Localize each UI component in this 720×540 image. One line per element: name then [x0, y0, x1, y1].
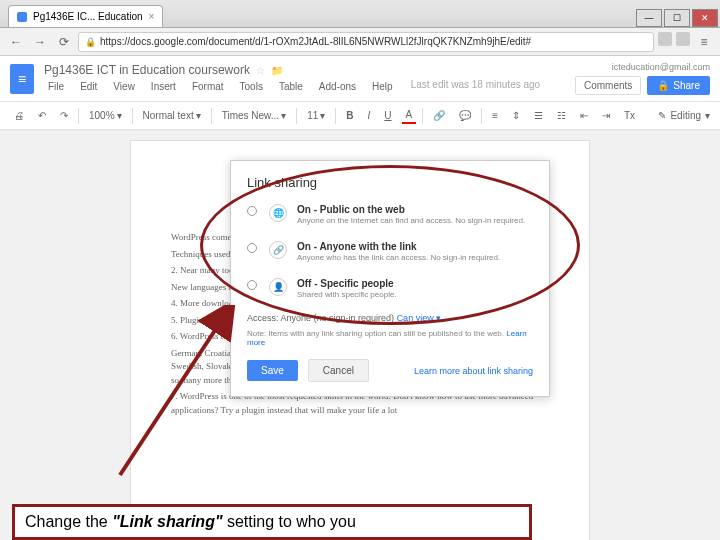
- indent-inc-icon[interactable]: ⇥: [598, 108, 614, 123]
- extension-icon[interactable]: [676, 32, 690, 46]
- radio-link[interactable]: [247, 243, 257, 253]
- editing-mode-button[interactable]: ✎ Editing ▾: [658, 110, 710, 121]
- save-button[interactable]: Save: [247, 360, 298, 381]
- user-email[interactable]: icteducation@gmail.com: [612, 62, 710, 72]
- undo-icon[interactable]: ↶: [34, 108, 50, 123]
- option-desc: Shared with specific people.: [297, 290, 533, 299]
- extension-icon[interactable]: [658, 32, 672, 46]
- share-button[interactable]: 🔒 Share: [647, 76, 710, 95]
- menu-icon[interactable]: ≡: [694, 32, 714, 52]
- linespacing-icon[interactable]: ⇕: [508, 108, 524, 123]
- option-desc: Anyone who has the link can access. No s…: [297, 253, 533, 262]
- comment-icon[interactable]: 💬: [455, 108, 475, 123]
- docs-toolbar: 🖨 ↶ ↷ 100% ▾ Normal text ▾ Times New... …: [0, 102, 720, 130]
- print-icon[interactable]: 🖨: [10, 108, 28, 123]
- address-bar: ← → ⟳ 🔒 https://docs.google.com/document…: [0, 28, 720, 56]
- caption-post: setting to who you: [222, 513, 355, 530]
- lock-icon: 🔒: [85, 37, 96, 47]
- url-input[interactable]: 🔒 https://docs.google.com/document/d/1-r…: [78, 32, 654, 52]
- access-label: Access:: [247, 313, 279, 323]
- annotation-caption-box: Change the "Link sharing" setting to who…: [12, 504, 532, 540]
- menu-insert[interactable]: Insert: [147, 79, 180, 94]
- header-right: icteducation@gmail.com Comments 🔒 Share: [575, 62, 710, 95]
- document-title[interactable]: Pg1436E ICT in Education coursework: [44, 63, 250, 77]
- folder-icon[interactable]: 📁: [271, 65, 283, 76]
- note-row: Note: Items with any link sharing option…: [247, 329, 533, 347]
- link-sharing-dialog: Link sharing 🌐 On - Public on the web An…: [230, 160, 550, 397]
- menu-view[interactable]: View: [109, 79, 139, 94]
- last-edit-text: Last edit was 18 minutes ago: [411, 79, 541, 94]
- share-option-specific[interactable]: 👤 Off - Specific people Shared with spec…: [247, 274, 533, 303]
- window-minimize-button[interactable]: —: [636, 9, 662, 27]
- editing-mode-label: Editing: [670, 110, 701, 121]
- extension-icons: ≡: [658, 32, 714, 52]
- star-icon[interactable]: ☆: [256, 65, 265, 76]
- window-controls: — ☐ ✕: [636, 9, 720, 27]
- dialog-buttons: Save Cancel Learn more about link sharin…: [247, 359, 533, 382]
- docs-title-area: Pg1436E ICT in Education coursework ☆ 📁 …: [44, 63, 540, 94]
- caption-bold: "Link sharing": [112, 513, 222, 530]
- annotation-caption: Change the "Link sharing" setting to who…: [25, 513, 519, 531]
- font-select[interactable]: Times New... ▾: [218, 108, 290, 123]
- access-text: Anyone (no sign-in required): [281, 313, 395, 323]
- option-desc: Anyone on the Internet can find and acce…: [297, 216, 533, 225]
- fontsize-select[interactable]: 11 ▾: [303, 108, 329, 123]
- numlist-icon[interactable]: ☰: [530, 108, 547, 123]
- clearformat-icon[interactable]: Tx: [620, 108, 639, 123]
- access-permission-dropdown[interactable]: Can view ▾: [397, 313, 442, 323]
- link-icon[interactable]: 🔗: [429, 108, 449, 123]
- menu-help[interactable]: Help: [368, 79, 397, 94]
- indent-dec-icon[interactable]: ⇤: [576, 108, 592, 123]
- note-text: Note: Items with any link sharing option…: [247, 329, 504, 338]
- menu-table[interactable]: Table: [275, 79, 307, 94]
- bulletlist-icon[interactable]: ☷: [553, 108, 570, 123]
- option-title: On - Public on the web: [297, 204, 533, 215]
- share-option-public[interactable]: 🌐 On - Public on the web Anyone on the I…: [247, 200, 533, 229]
- access-row: Access: Anyone (no sign-in required) Can…: [247, 313, 533, 323]
- dialog-title: Link sharing: [247, 175, 533, 190]
- menu-tools[interactable]: Tools: [236, 79, 267, 94]
- underline-button[interactable]: U: [380, 108, 395, 123]
- tab-close-icon[interactable]: ×: [149, 11, 155, 22]
- link-icon: 🔗: [269, 241, 287, 259]
- menu-edit[interactable]: Edit: [76, 79, 101, 94]
- reload-button[interactable]: ⟳: [54, 32, 74, 52]
- back-button[interactable]: ←: [6, 32, 26, 52]
- align-icon[interactable]: ≡: [488, 108, 502, 123]
- docs-header: ≡ Pg1436E ICT in Education coursework ☆ …: [0, 56, 720, 102]
- cancel-button[interactable]: Cancel: [308, 359, 369, 382]
- forward-button[interactable]: →: [30, 32, 50, 52]
- window-maximize-button[interactable]: ☐: [664, 9, 690, 27]
- comments-button[interactable]: Comments: [575, 76, 641, 95]
- radio-public[interactable]: [247, 206, 257, 216]
- share-label: Share: [673, 80, 700, 91]
- document-canvas: WordPress comes in over 50 languages. A …: [0, 130, 720, 540]
- url-text: https://docs.google.com/document/d/1-rOX…: [100, 36, 531, 47]
- share-lock-icon: 🔒: [657, 80, 669, 91]
- menu-format[interactable]: Format: [188, 79, 228, 94]
- menu-bar: File Edit View Insert Format Tools Table…: [44, 79, 540, 94]
- pencil-icon: ✎: [658, 110, 666, 121]
- caption-pre: Change the: [25, 513, 112, 530]
- learn-more-link[interactable]: Learn more about link sharing: [414, 366, 533, 376]
- menu-file[interactable]: File: [44, 79, 68, 94]
- menu-addons[interactable]: Add-ons: [315, 79, 360, 94]
- window-close-button[interactable]: ✕: [692, 9, 718, 27]
- docs-logo-icon[interactable]: ≡: [10, 64, 34, 94]
- textcolor-button[interactable]: A: [402, 107, 417, 124]
- share-option-link[interactable]: 🔗 On - Anyone with the link Anyone who h…: [247, 237, 533, 266]
- tab-favicon: [17, 12, 27, 22]
- option-title: Off - Specific people: [297, 278, 533, 289]
- browser-tabstrip: Pg1436E IC... Education × — ☐ ✕: [0, 0, 720, 28]
- browser-tab[interactable]: Pg1436E IC... Education ×: [8, 5, 163, 27]
- italic-button[interactable]: I: [363, 108, 374, 123]
- zoom-select[interactable]: 100% ▾: [85, 108, 126, 123]
- radio-specific[interactable]: [247, 280, 257, 290]
- globe-icon: 🌐: [269, 204, 287, 222]
- option-title: On - Anyone with the link: [297, 241, 533, 252]
- person-icon: 👤: [269, 278, 287, 296]
- tab-title: Pg1436E IC... Education: [33, 11, 143, 22]
- bold-button[interactable]: B: [342, 108, 357, 123]
- redo-icon[interactable]: ↷: [56, 108, 72, 123]
- style-select[interactable]: Normal text ▾: [139, 108, 205, 123]
